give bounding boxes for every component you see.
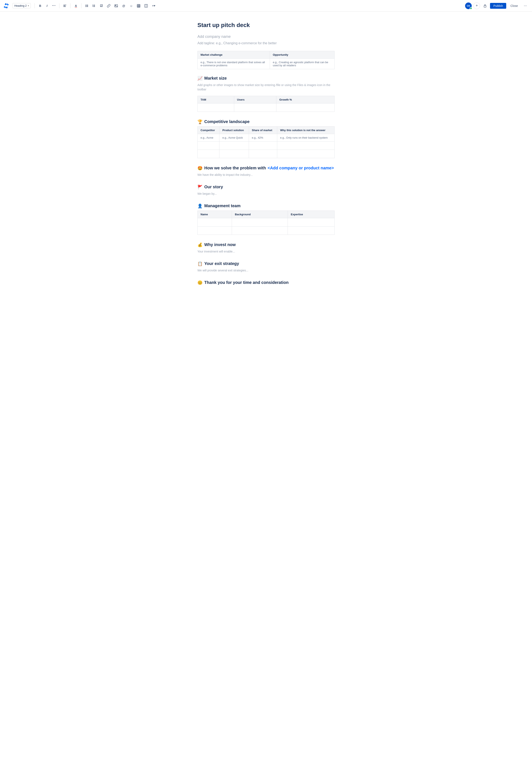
competitive-landscape-heading-text[interactable]: Competitive landscape	[204, 119, 249, 124]
market-size-heading-text[interactable]: Market size	[204, 76, 227, 80]
table-cell[interactable]	[288, 218, 335, 226]
mention-button[interactable]: @	[120, 2, 127, 9]
table-header-product-solution: Product solution	[219, 126, 249, 134]
table-cell[interactable]	[219, 150, 249, 158]
table-cell[interactable]	[277, 141, 334, 150]
competitive-landscape-table: Competitor Product solution Share of mar…	[197, 126, 335, 158]
table-header-market-challenge: Market challenge	[198, 51, 270, 58]
management-team-heading-text[interactable]: Management team	[204, 203, 241, 208]
more-text-format-button[interactable]: ···	[50, 2, 57, 9]
table-cell[interactable]	[198, 150, 219, 158]
thank-you-emoji: 😊	[197, 280, 203, 285]
our-story-body[interactable]: We began by...	[197, 192, 335, 196]
insert-more-button[interactable]: +▾	[150, 2, 157, 9]
management-team-table: Name Background Expertise	[197, 210, 335, 235]
svg-rect-12	[93, 5, 95, 5]
table-button[interactable]	[135, 2, 142, 9]
close-button[interactable]: Close	[508, 3, 520, 9]
table-cell[interactable]: e.g., Creating an agnostic platform that…	[270, 58, 334, 69]
svg-point-3	[85, 5, 86, 5]
svg-rect-6	[86, 6, 88, 6]
svg-point-7	[85, 6, 86, 7]
heading-selector-label: Heading 2	[14, 4, 27, 7]
numbered-list-button[interactable]: 1. 2. 3.	[91, 2, 97, 9]
management-team-section: 👤 Management team Name Background Expert…	[197, 203, 335, 235]
table-cell[interactable]	[249, 141, 277, 150]
table-cell[interactable]	[277, 150, 334, 158]
table-cell[interactable]	[198, 103, 234, 112]
how-we-solve-heading-start[interactable]: How we solve the problem with	[204, 166, 266, 170]
task-button[interactable]: ☑	[98, 2, 105, 9]
table-row	[198, 150, 335, 158]
table-cell[interactable]: e.g., Acme	[198, 134, 219, 141]
exit-strategy-heading: 📋 Your exit strategy	[197, 261, 335, 266]
toolbar-divider-2	[59, 3, 59, 8]
table-cell[interactable]: e.g., 42%	[249, 134, 277, 141]
table-cell[interactable]	[232, 226, 288, 235]
table-cell[interactable]	[198, 226, 232, 235]
table-cell[interactable]: e.g., Only runs on their backend system	[277, 134, 334, 141]
competitive-landscape-section: 🏆 Competitive landscape Competitor Produ…	[197, 119, 335, 158]
text-color-button[interactable]: A	[72, 2, 79, 9]
avatar[interactable]: CK	[465, 2, 472, 9]
table-cell[interactable]: e.g., Acme Quick	[219, 134, 249, 141]
table-cell[interactable]	[276, 103, 334, 112]
confluence-logo[interactable]	[3, 3, 9, 9]
toolbar-divider-1	[34, 3, 35, 8]
table-row	[198, 226, 335, 235]
svg-rect-1	[63, 6, 65, 6]
market-size-body[interactable]: Add graphs or other images to show marke…	[197, 83, 335, 91]
how-we-solve-heading: 🤩 How we solve the problem with <Add com…	[197, 166, 335, 171]
more-options-button[interactable]: ···	[522, 2, 529, 9]
bold-button[interactable]: B	[37, 2, 43, 9]
table-cell[interactable]	[219, 141, 249, 150]
emoji-button[interactable]: ☺	[128, 2, 135, 9]
heading-style-selector[interactable]: Heading 2 ▾	[12, 3, 31, 8]
table-cell[interactable]	[198, 141, 219, 150]
tagline-placeholder[interactable]: Add tagline: e.g., Changing e-commerce f…	[197, 41, 335, 45]
why-invest-section: 💰 Why invest now Your investment will en…	[197, 242, 335, 254]
how-we-solve-section: 🤩 How we solve the problem with <Add com…	[197, 166, 335, 177]
company-name-placeholder[interactable]: Add company name	[197, 34, 335, 39]
avatar-initials: CK	[467, 5, 470, 7]
layout-button[interactable]	[143, 2, 149, 9]
table-cell[interactable]: e.g., There is not one standard platform…	[198, 58, 270, 69]
thank-you-heading-text[interactable]: Thank you for your time and consideratio…	[204, 280, 289, 285]
italic-button[interactable]: I	[44, 2, 50, 9]
how-we-solve-body[interactable]: We have the ability to impact the indust…	[197, 173, 335, 177]
table-cell[interactable]	[288, 226, 335, 235]
our-story-heading-text[interactable]: Our story	[204, 185, 223, 189]
chevron-down-icon: ▾	[28, 5, 29, 7]
how-we-solve-emoji: 🤩	[197, 166, 203, 171]
table-cell[interactable]	[234, 103, 276, 112]
align-button[interactable]	[61, 2, 68, 9]
how-we-solve-link[interactable]: <Add company or product name>	[268, 166, 334, 170]
table-header-growth: Growth %	[276, 96, 334, 103]
opportunity-table: Market challenge Opportunity e.g., There…	[197, 51, 335, 69]
exit-strategy-heading-text[interactable]: Your exit strategy	[204, 261, 239, 266]
publish-button[interactable]: Publish	[490, 3, 506, 9]
svg-rect-2	[63, 6, 66, 7]
svg-rect-4	[86, 5, 88, 5]
bullet-list-button[interactable]	[83, 2, 90, 9]
lock-icon-button[interactable]	[482, 2, 488, 9]
document-title[interactable]: Start up pitch deck	[197, 22, 335, 29]
table-header-share-of-market: Share of market	[249, 126, 277, 134]
toolbar: Heading 2 ▾ B I ··· A 1.	[0, 0, 532, 12]
link-button[interactable]	[105, 2, 112, 9]
table-cell[interactable]	[249, 150, 277, 158]
image-button[interactable]	[113, 2, 120, 9]
why-invest-emoji: 💰	[197, 242, 203, 247]
table-cell[interactable]	[198, 218, 232, 226]
competitive-landscape-emoji: 🏆	[197, 119, 203, 124]
table-header-opportunity: Opportunity	[270, 51, 334, 58]
list-format-group: 1. 2. 3.	[83, 2, 97, 9]
management-team-emoji: 👤	[197, 203, 203, 208]
market-size-section: 📈 Market size Add graphs or other images…	[197, 76, 335, 112]
why-invest-heading-text[interactable]: Why invest now	[204, 242, 236, 247]
why-invest-body[interactable]: Your investment will enable...	[197, 249, 335, 254]
svg-rect-13	[93, 6, 95, 6]
add-collaborator-button[interactable]: +	[474, 2, 480, 9]
table-cell[interactable]	[232, 218, 288, 226]
exit-strategy-body[interactable]: We will provide several exit strategies.…	[197, 268, 335, 273]
